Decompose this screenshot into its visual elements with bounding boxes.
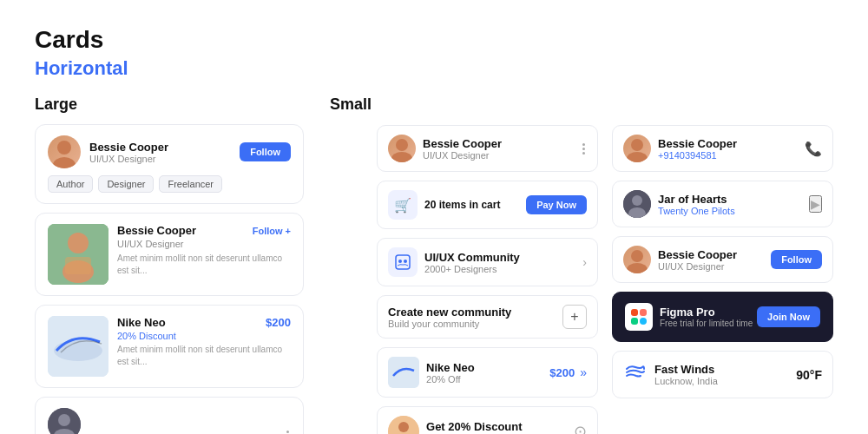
svg-point-9 [58,414,70,426]
bessie-follow-card: Bessie Cooper UI/UX Designer Follow [612,236,833,283]
svg-rect-29 [631,309,638,316]
jar-hearts-card: Jar of Hearts Twenty One Pilots ▶ [612,181,833,227]
large-column: Large Bessie Cooper UI/UX Designer [35,95,304,434]
small-section: Small Bessie Cooper UI/UX Designer [330,95,833,434]
phone-avatar [623,135,651,162]
weather-location: Lucknow, India [654,376,718,386]
small-section-label: Small [330,95,372,114]
svg-rect-15 [396,255,410,269]
weather-card: Fast Winds Lucknow, India 90°F [612,351,833,398]
jar-avatar [623,190,651,218]
svg-point-22 [631,139,643,151]
discount-name: Get 20% Discount [426,420,523,433]
svg-point-3 [68,233,89,253]
weather-temp: 90°F [796,368,822,382]
follow-button[interactable]: Follow [240,142,291,161]
large-card-profile-tags: Bessie Cooper UI/UX Designer Follow Auth… [35,124,304,204]
discount-image [388,416,419,434]
svg-point-28 [627,263,648,273]
discount-action-button[interactable]: ⊙ [574,422,587,434]
jar-artist: Twenty One Pilots [658,206,735,216]
join-now-button[interactable]: Join Now [757,306,820,327]
phone-icon: 📞 [805,141,822,157]
svg-point-32 [640,318,647,325]
large-section-label: Large [35,95,304,114]
svg-point-25 [632,195,642,206]
figma-pro-card: Figma Pro Free trial for limited time Jo… [612,292,833,342]
pay-now-button[interactable]: Pay Now [526,195,587,214]
more-options-button[interactable] [285,429,291,434]
cart-card: 🛒 20 items in cart Pay Now [377,181,598,229]
nike-arrows-button[interactable]: » [580,365,587,379]
follow-plus-button[interactable]: Follow + [253,226,291,236]
svg-point-7 [54,340,102,361]
nike-small-sub: 20% Off [426,374,475,385]
svg-point-16 [398,260,402,263]
card2-body: Amet minim mollit non sit deserunt ullam… [117,253,291,277]
nike-image [48,316,108,377]
phone-number: +9140394581 [658,150,737,161]
chevron-right-icon: › [582,255,587,269]
page-subtitle: Horizontal [35,57,833,80]
svg-point-13 [396,139,408,151]
nike-small-name: Nike Neo [426,361,475,374]
create-plus-button[interactable]: + [562,305,587,329]
figma-sub: Free trial for limited time [660,319,753,328]
tag-designer: Designer [98,175,154,193]
small-profile-name: Bessie Cooper [423,137,502,150]
create-community-card: Create new community Build your communit… [377,295,598,339]
community-card: UI/UX Community 2000+ Designers › [377,238,598,286]
large-card-music: Jar of Heart Twenty One Pilots ⏮ ⏸ ⏭ [35,397,304,434]
phone-name: Bessie Cooper [658,137,737,150]
tags-row: Author Designer Freelancer [48,175,291,193]
play-button[interactable]: ▶ [809,195,822,213]
svg-rect-31 [631,318,638,325]
nike-small-price: $200 [549,366,575,379]
card3-price: $200 [266,316,291,329]
tag-freelancer: Freelancer [159,175,222,193]
svg-point-17 [404,260,407,263]
large-card-bessie-img: Bessie Cooper Follow + UI/UX Designer Am… [35,213,304,296]
create-sub: Build your community [388,319,511,329]
svg-point-27 [631,250,643,262]
svg-point-0 [57,141,71,155]
avatar [48,135,81,168]
small-follow-button[interactable]: Follow [771,250,822,269]
small-col-1: Bessie Cooper UI/UX Designer 🛒 20 items … [377,125,598,434]
card3-body: Amet minim mollit non sit deserunt ullam… [117,344,291,368]
card2-name: Bessie Cooper [117,224,196,237]
svg-rect-18 [388,357,419,388]
weather-name: Fast Winds [654,363,718,376]
svg-rect-30 [640,309,647,316]
community-name: UI/UX Community [424,251,520,264]
figma-icon [625,303,653,331]
small-col-2: Bessie Cooper +9140394581 📞 [612,125,833,434]
nike-small-card: Nike Neo 20% Off $200 » [377,347,598,398]
profile-role: UI/UX Designer [89,154,168,164]
small-avatar [388,135,416,162]
svg-point-14 [391,152,412,162]
nike-small-image [388,357,419,388]
jar-name: Jar of Hearts [658,193,735,206]
card3-name: Nike Neo [117,316,166,329]
small-more-button[interactable] [581,141,587,156]
svg-rect-5 [65,257,91,274]
music-avatar [48,408,81,434]
discount-card: Get 20% Discount Click Now ⊙ [377,406,598,434]
small-profile-card: Bessie Cooper UI/UX Designer [377,125,598,172]
figma-name: Figma Pro [660,306,753,319]
create-name: Create new community [388,306,511,319]
follow-avatar [623,246,651,273]
page-title: Cards [35,26,833,54]
profile-name: Bessie Cooper [89,141,168,154]
cart-label: 20 items in cart [424,199,500,211]
svg-point-20 [398,422,409,432]
community-sub: 2000+ Designers [424,264,520,274]
card3-discount: 20% Discount [117,331,291,341]
cart-icon: 🛒 [388,190,418,220]
tag-author: Author [48,175,93,193]
svg-point-1 [53,157,76,168]
follow-role: UI/UX Designer [658,261,737,272]
card-image [48,224,108,285]
follow-name: Bessie Cooper [658,248,737,261]
